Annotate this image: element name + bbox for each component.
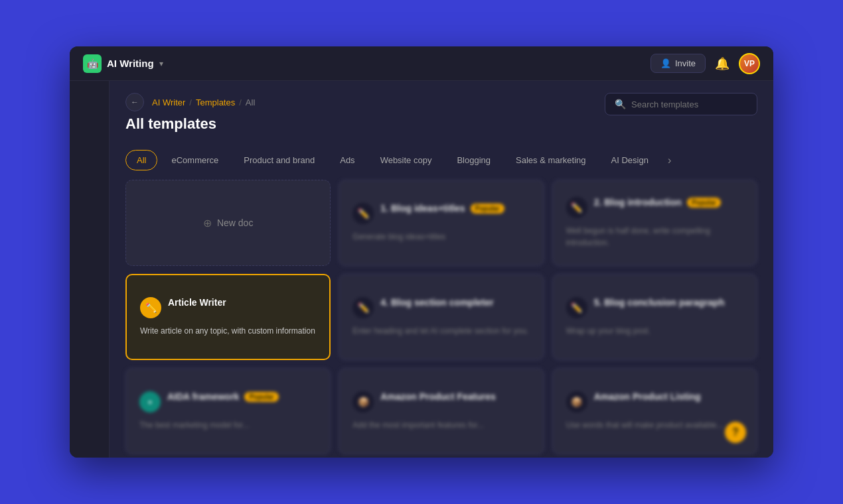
app-logo-icon: 🤖 [83,54,102,73]
avatar[interactable]: VP [739,53,760,74]
new-doc-card[interactable]: ⊕ New doc [125,180,331,266]
invite-label: Invite [675,58,696,68]
card-icon-wrap: ✏️ [352,203,374,224]
card-header: ✏️ 4. Blog section completer [352,297,530,318]
card-icon-wrap: ✏️ [566,197,587,218]
tab-sales-marketing[interactable]: Sales & marketing [504,150,597,170]
card-title-row: 2. Blog introduction Popular [594,197,743,208]
main-layout: ← AI Writer / Templates / All 🔍 All temp… [70,81,773,458]
breadcrumb-templates[interactable]: Templates [196,97,235,107]
card-desc: Enter heading and let AI complete sectio… [352,325,530,337]
breadcrumb-sep-1: / [189,97,192,107]
breadcrumb-all: All [246,97,255,107]
box-icon: 📦 [571,397,582,407]
blog-section-card[interactable]: ✏️ 4. Blog section completer Enter headi… [339,274,544,360]
search-box: 🔍 [605,93,757,115]
card-title-row: 1. Blog ideas+titles Popular [380,203,530,214]
card-desc: Generate blog ideas+titles [352,231,530,243]
card-desc: The best marketing model for... [139,419,317,431]
pencil-icon: ✏️ [358,208,369,219]
card-desc: Use words that will make product availab… [566,419,743,431]
search-icon: 🔍 [615,99,626,109]
card-title: AIDA framework [167,391,239,402]
popular-badge: Popular [244,392,278,402]
card-title-row: Amazon Product Listing [594,391,743,402]
navbar: 🤖 AI Writing ▾ 👤 Invite 🔔 VP [70,46,773,81]
tab-ads[interactable]: Ads [329,150,366,170]
tab-product-brand[interactable]: Product and brand [232,150,326,170]
card-header: ✏️ 1. Blog ideas+titles Popular [352,203,530,224]
back-button[interactable]: ← [125,93,144,111]
card-header: 📦 Amazon Product Features [352,391,530,412]
navbar-right: 👤 Invite 🔔 VP [651,53,760,74]
article-writer-card[interactable]: ✏️ Article Writer Write article on any t… [125,274,331,360]
card-header: ✏️ Article Writer [140,297,316,318]
blog-conclusion-card[interactable]: ✏️ 5. Blog conclusion paragraph Wrap up … [552,274,757,360]
card-title: Amazon Product Features [380,391,495,402]
notification-icon[interactable]: 🔔 [715,56,729,71]
pencil-icon: ✏️ [358,302,369,313]
card-header: ✏️ 2. Blog introduction Popular [566,197,743,218]
card-desc: Write article on any topic, with custom … [140,325,316,337]
popular-badge: Popular [687,198,721,208]
card-desc: Wrap up your blog post. [566,325,743,337]
content-header: ← AI Writer / Templates / All 🔍 All temp… [110,81,773,143]
card-desc: Well begun is half done, write compellin… [566,225,743,249]
breadcrumb: ← AI Writer / Templates / All [125,93,255,111]
card-title: Amazon Product Listing [594,391,701,402]
invite-button[interactable]: 👤 Invite [651,54,706,73]
card-title-row: Article Writer [168,297,316,308]
chevron-down-icon[interactable]: ▾ [159,59,163,68]
card-title: 4. Blog section completer [380,297,493,308]
new-doc-content: ⊕ New doc [203,217,253,229]
breadcrumb-sep-2: / [239,97,242,107]
blog-ideas-card[interactable]: ✏️ 1. Blog ideas+titles Popular Generate… [339,180,544,266]
search-input[interactable] [631,99,747,109]
card-title-row: 4. Blog section completer [380,297,530,308]
amazon-features-card[interactable]: 📦 Amazon Product Features Add the most i… [339,368,544,454]
card-title: 1. Blog ideas+titles [380,203,465,214]
help-button[interactable]: ? [725,422,746,443]
aida-card[interactable]: ▪ AIDA framework Popular The best market… [125,368,331,454]
square-icon: ▪ [149,397,152,407]
tab-website-copy[interactable]: Website copy [369,150,443,170]
box-icon: 📦 [358,397,369,407]
card-icon-wrap: ▪ [139,391,161,412]
header-row: ← AI Writer / Templates / All 🔍 [125,93,757,115]
card-icon-wrap: 📦 [352,391,374,412]
card-icon-wrap: 📦 [566,391,587,412]
filter-tabs: All eCommerce Product and brand Ads Webs… [110,143,773,180]
breadcrumb-ai-writer[interactable]: AI Writer [152,97,185,107]
blog-intro-card[interactable]: ✏️ 2. Blog introduction Popular Well beg… [552,180,757,266]
card-header: 📦 Amazon Product Listing [566,391,743,412]
amazon-listing-card[interactable]: 📦 Amazon Product Listing Use words that … [552,368,757,454]
pencil-icon: ✏️ [571,202,582,213]
card-title: 5. Blog conclusion paragraph [594,297,725,308]
new-doc-label: New doc [217,218,253,228]
tab-ai-design[interactable]: AI Design [600,150,660,170]
templates-grid: ⊕ New doc ✏️ 1. Blog ideas+titles Popula… [110,180,773,458]
tab-ecommerce[interactable]: eCommerce [160,150,230,170]
sidebar [70,81,110,458]
card-title: 2. Blog introduction [594,197,682,208]
pencil-icon: ✏️ [571,302,582,313]
card-title-row: Amazon Product Features [380,391,530,402]
card-header: ✏️ 5. Blog conclusion paragraph [566,297,743,318]
navbar-left: 🤖 AI Writing ▾ [83,54,163,73]
card-icon-wrap: ✏️ [566,297,587,318]
card-desc: Add the most important features for... [352,419,530,431]
tab-blogging[interactable]: Blogging [445,150,502,170]
popular-badge: Popular [471,204,504,214]
card-header: ▪ AIDA framework Popular [139,391,317,412]
new-doc-icon: ⊕ [203,217,212,229]
tab-all[interactable]: All [125,150,157,170]
card-icon-wrap: ✏️ [352,297,374,318]
tabs-more-icon[interactable]: › [662,152,676,169]
page-title: All templates [125,115,757,133]
pencil-icon: ✏️ [145,302,157,313]
user-icon: 👤 [660,58,671,68]
card-title-row: AIDA framework Popular [167,391,317,402]
content-area: ← AI Writer / Templates / All 🔍 All temp… [110,81,773,458]
card-title: Article Writer [168,297,226,308]
card-title-row: 5. Blog conclusion paragraph [594,297,743,308]
